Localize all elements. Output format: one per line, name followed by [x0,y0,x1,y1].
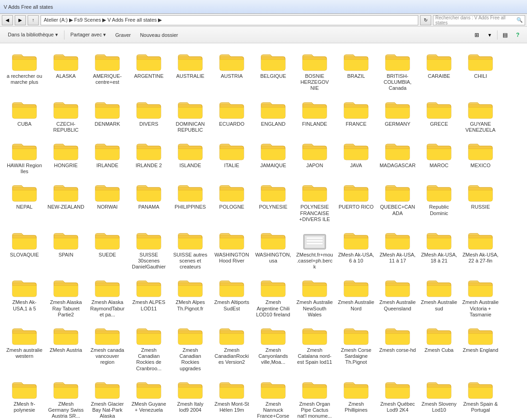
folder-item[interactable]: ZMesh Ak-USA, 18 à 21 [418,226,460,274]
folder-item[interactable]: POLYNESIE FRANCAISE +DIVERS ILE [294,178,335,226]
folder-item[interactable]: Zmesh Australie Victoria + Tasmanie [460,273,501,321]
folder-item[interactable]: BELGIQUE [252,47,294,95]
folder-item[interactable]: ISLANDE [170,136,211,178]
folder-item[interactable]: CHILI [460,47,501,95]
folder-item[interactable]: IRLANDE [87,136,128,178]
folder-item[interactable]: GUYANE VENEZUELA [460,95,501,136]
folder-item[interactable]: ZMescht.fr+mou.cassel+ph.berck [294,226,335,274]
folder-item[interactable]: RUSSIE [460,178,501,226]
folder-item[interactable]: DIVERS [128,95,170,136]
folder-item[interactable]: Zmesh ALPES LOD11 [128,273,170,321]
folder-item[interactable]: Zmesh Australie Nord [335,273,377,321]
folder-item[interactable]: AUSTRALIE [170,47,211,95]
folder-item[interactable]: Zmesh australie western [4,321,45,375]
folder-item[interactable]: WASHINGTON Hood River [211,226,252,274]
burn-button[interactable]: Graver [111,29,135,41]
folder-item[interactable]: HONGRIE [45,136,87,178]
folder-item[interactable]: FINLANDE [294,95,335,136]
folder-item[interactable]: JAPON [294,136,335,178]
folder-item[interactable]: Zmesh Québec Lod9 2K4 [377,375,418,420]
new-folder-button[interactable]: Nouveau dossier [136,29,182,41]
folder-item[interactable]: ENGLAND [252,95,294,136]
folder-item[interactable]: FRANCE [335,95,377,136]
folder-item[interactable]: PUERTO RICO [335,178,377,226]
folder-item[interactable]: Zmesh Canadian Rockies upgrades [170,321,211,375]
share-button[interactable]: Partager avec ▾ [66,29,111,41]
folder-item[interactable]: HAWAII Region Iles [4,136,45,178]
folder-item[interactable]: Zmesh Catalana nord-est Spain lod11 [294,321,335,375]
folder-item[interactable]: GERMANY [377,95,418,136]
view-thumbnails-button[interactable]: ⊞ [471,29,482,41]
folder-item[interactable]: Zmesh corse-hd [377,321,418,375]
folder-item[interactable]: Zmesh England [460,321,501,375]
folder-item[interactable]: Zmesh canada vancouver region [87,321,128,375]
folder-item[interactable]: DOMINICAN REPUBLIC [170,95,211,136]
folder-item[interactable]: NORWAI [87,178,128,226]
folder-item[interactable]: Zmesh Canadian Rockies de Cranbroo... [128,321,170,375]
folder-item[interactable]: BRITISH-COLUMBIA, Canada [377,47,418,95]
folder-item[interactable]: BOSNIE HERZEGOV NIE [294,47,335,95]
folder-item[interactable]: ZMesh fr-polynesie [4,375,45,420]
folder-item[interactable]: Zmesh Canyonlands ville,Moa... [252,321,294,375]
folder-item[interactable]: SUEDE [87,226,128,274]
folder-item[interactable]: Zmesh Sloveny Lod10 [418,375,460,420]
forward-button[interactable]: ▶ [15,15,26,25]
folder-item[interactable]: NEPAL [4,178,45,226]
folder-item[interactable]: Republic Dominic [418,178,460,226]
folder-item[interactable]: Zmesh Italy lod9 2004 [170,375,211,420]
folder-item[interactable]: JAVA [335,136,377,178]
folder-item[interactable]: AMERIQUE-centre+est [87,47,128,95]
folder-item[interactable]: Zmesh CanadianRockies Version2 [211,321,252,375]
folder-item[interactable]: Zmesh Phillipines [335,375,377,420]
folder-item[interactable]: POLYNESIE [252,178,294,226]
help-button[interactable]: ? [512,29,523,41]
folder-item[interactable]: ZMesh Austria [45,321,87,375]
folder-item[interactable]: SUISSE 30scenes DanielGauthier [128,226,170,274]
folder-item[interactable]: ECUARDO [211,95,252,136]
refresh-button[interactable]: ↻ [420,15,431,25]
folder-item[interactable]: SPAIN [45,226,87,274]
address-path[interactable]: Atelier (A:) ▶ Fs9 Scenes ▶ V Adds Free … [41,15,418,25]
folder-item[interactable]: SUISSE autres scenes et createurs [170,226,211,274]
folder-item[interactable]: DENMARK [87,95,128,136]
folder-item[interactable]: ZMesh Germany Swiss Austria SR... [45,375,87,420]
folder-item[interactable]: Zmesh Mont-St Hélen 19m [211,375,252,420]
folder-item[interactable]: ALASKA [45,47,87,95]
folder-item[interactable]: ITALIE [211,136,252,178]
folder-item[interactable]: ZMesh Ak-USA, 22 à 27-fin [460,226,501,274]
back-button[interactable]: ◀ [2,15,13,25]
folder-item[interactable]: IRLANDE 2 [128,136,170,178]
folder-item[interactable]: Zmesh Glacier Bay Nat-Park Alaska [87,375,128,420]
folder-item[interactable]: GRECE [418,95,460,136]
folder-item[interactable]: CUBA [4,95,45,136]
folder-item[interactable]: Zmesh Organ Pipe Cactus nat'l monume... [294,375,335,420]
folder-item[interactable]: NEW-ZEALAND [45,178,87,226]
folder-item[interactable]: PANAMA [128,178,170,226]
folder-item[interactable]: Zmesh Alaska RaymondTaburet pa... [87,273,128,321]
folder-item[interactable]: a rechercher ou marche plus [4,47,45,95]
folder-item[interactable]: JAMAIQUE [252,136,294,178]
folder-item[interactable]: QUEBEC+CANADA [377,178,418,226]
folder-item[interactable]: Zmesh Cuba [418,321,460,375]
folder-item[interactable]: Zmesh Alaska Ray Taburet Partie2 [45,273,87,321]
folder-item[interactable]: ZMesh Ak-USA,1 à 5 [4,273,45,321]
folder-item[interactable]: ZMesh Ak-USA, 11 à 17 [377,226,418,274]
folder-item[interactable]: CARAIBE [418,47,460,95]
folder-item[interactable]: PHILIPPINES [170,178,211,226]
preview-pane-button[interactable]: ▤ [499,29,510,41]
folder-item[interactable]: SLOVAQUIE [4,226,45,274]
folder-item[interactable]: CZECH-REPUBLIC [45,95,87,136]
folder-item[interactable]: POLOGNE [211,178,252,226]
library-button[interactable]: Dans la bibliothèque ▾ [4,29,62,41]
search-box[interactable]: Rechercher dans : V Adds Free all states… [433,15,525,25]
folder-item[interactable]: BRAZIL [335,47,377,95]
content-area[interactable]: a rechercher ou marche plus ALASKA [0,43,527,420]
folder-item[interactable]: Zmesh Spain & Portugal [460,375,501,420]
view-options-button[interactable]: ▾ [484,29,495,41]
folder-item[interactable]: Zmesh Nannuck France+Corse [252,375,294,420]
folder-item[interactable]: Zmesh Australie sud [418,273,460,321]
folder-item[interactable]: Zmesh Altiports SudEst [211,273,252,321]
folder-item[interactable]: MEXICO [460,136,501,178]
folder-item[interactable]: ZMesh Guyane + Venezuela [128,375,170,420]
folder-item[interactable]: MADAGASCAR [377,136,418,178]
